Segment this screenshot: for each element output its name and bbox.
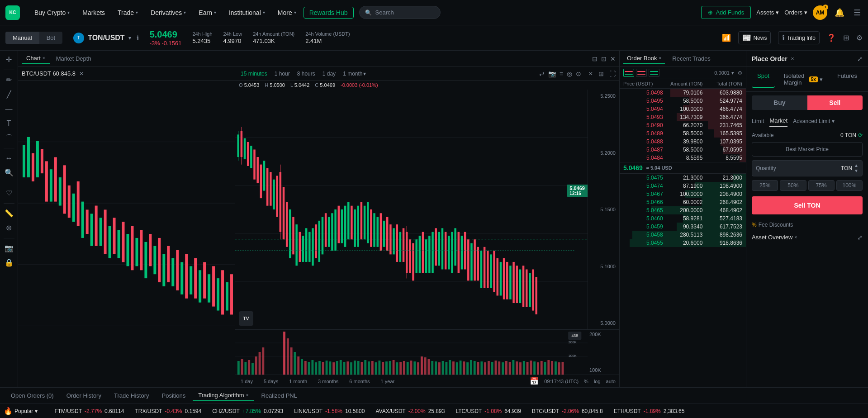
time-8hours[interactable]: 8 hours bbox=[295, 70, 317, 78]
ob-row[interactable]: 5.0487 58.5000 67.0595 bbox=[620, 146, 746, 154]
po-sell-tab-btn[interactable]: Sell bbox=[807, 95, 863, 110]
time-5d[interactable]: 5 days bbox=[262, 378, 280, 385]
ob-tab-recent-trades[interactable]: Recent Trades bbox=[669, 53, 714, 64]
po-100pct-btn[interactable]: 100% bbox=[836, 180, 863, 191]
ob-row[interactable]: 5.0490 66.2070 231.7465 bbox=[620, 121, 746, 129]
help-icon[interactable]: ❓ bbox=[827, 33, 836, 42]
ton-panel-close[interactable]: ✕ bbox=[588, 71, 593, 77]
time-1month-dropdown[interactable]: 1 month ▾ bbox=[341, 70, 368, 78]
po-fee-discount[interactable]: % Fee Discounts bbox=[746, 220, 868, 230]
ob-decimals-selector[interactable]: 0.0001 ▾ ⚙ bbox=[714, 70, 742, 76]
menu-icon[interactable]: ☰ bbox=[852, 6, 863, 19]
po-qty-up[interactable]: ▲ bbox=[854, 163, 859, 168]
add-funds-button[interactable]: ⊕ Add Funds bbox=[701, 6, 751, 19]
ticker-item[interactable]: TRX/USDT -0.43% 0.1594 bbox=[129, 408, 207, 414]
tab-open-orders[interactable]: Open Orders (0) bbox=[5, 390, 59, 401]
po-advanced-btn[interactable]: Advanced Limit ▾ bbox=[793, 118, 835, 124]
ticker-item[interactable]: BTC/USDT -2.06% 60,845.8 bbox=[526, 408, 608, 414]
nav-institutional[interactable]: Institutional ▾ bbox=[223, 0, 270, 25]
chart-tab-close[interactable]: × bbox=[43, 56, 45, 61]
ob-row[interactable]: 5.0465 200.0000 468.4902 bbox=[620, 206, 746, 214]
po-close-btn[interactable]: × bbox=[791, 56, 794, 62]
fullscreen-icon[interactable]: ⛶ bbox=[609, 70, 616, 77]
auto-toggle[interactable]: auto bbox=[606, 379, 616, 384]
ob-bids-only-btn[interactable] bbox=[649, 69, 659, 77]
zoom-in-tool[interactable]: ⊕ bbox=[4, 223, 14, 233]
po-isolated-tab[interactable]: Isolated Margin 5x ▾ bbox=[778, 71, 828, 88]
tab-order-history[interactable]: Order History bbox=[61, 390, 107, 401]
po-buy-btn[interactable]: Buy bbox=[752, 95, 807, 110]
time-3m[interactable]: 3 months bbox=[316, 378, 340, 385]
ob-asks-only-btn[interactable] bbox=[636, 69, 647, 77]
ob-tab-orderbook[interactable]: Order Book × bbox=[623, 53, 665, 64]
line-tool[interactable]: ╱ bbox=[5, 89, 13, 100]
ticker-item[interactable]: ETH/USDT -1.89% 2,383.65 bbox=[608, 408, 690, 414]
ob-row[interactable]: 5.0489 58.5000 165.5395 bbox=[620, 129, 746, 138]
ob-row[interactable]: 5.0466 60.0002 268.4902 bbox=[620, 198, 746, 206]
pen-tool[interactable]: ✏ bbox=[4, 75, 14, 86]
nav-trade[interactable]: Trade ▾ bbox=[112, 0, 143, 25]
time-1day[interactable]: 1 day bbox=[321, 70, 337, 78]
time-15min[interactable]: 15 minutes bbox=[239, 70, 269, 78]
tab-positions[interactable]: Positions bbox=[157, 390, 191, 401]
ob-row[interactable]: 5.0494 100.0000 466.4774 bbox=[620, 105, 746, 113]
ob-row[interactable]: 5.0493 134.7309 366.4774 bbox=[620, 113, 746, 121]
orders-dropdown[interactable]: Orders ▾ bbox=[784, 9, 807, 16]
ob-row[interactable]: 5.0474 87.1900 108.4900 bbox=[620, 182, 746, 190]
popular-dropdown[interactable]: Popular ▾ bbox=[14, 408, 38, 414]
minimize-icon[interactable]: ⊟ bbox=[592, 55, 598, 62]
po-expand-btn[interactable]: ⤢ bbox=[857, 55, 863, 62]
ob-row[interactable]: 5.0475 21.3000 21.3000 bbox=[620, 174, 746, 182]
notifications-icon[interactable]: 🔔 bbox=[833, 6, 846, 19]
ob-row[interactable]: 5.0467 100.0000 208.4900 bbox=[620, 190, 746, 198]
ticker-item[interactable]: LTC/USDT -1.08% 64.939 bbox=[450, 408, 526, 414]
time-1hour[interactable]: 1 hour bbox=[273, 70, 292, 78]
close-chart-icon[interactable]: ✕ bbox=[610, 55, 616, 62]
po-quantity-input[interactable]: Quantity TON ▲ ▼ bbox=[752, 160, 863, 176]
restore-icon[interactable]: ⊡ bbox=[601, 55, 607, 62]
ob-row[interactable]: 5.0488 39.9800 107.0395 bbox=[620, 138, 746, 146]
time-1y[interactable]: 1 year bbox=[379, 378, 397, 385]
po-25pct-btn[interactable]: 25% bbox=[752, 180, 778, 191]
po-refresh-icon[interactable]: ⟳ bbox=[858, 132, 863, 138]
grid-icon[interactable]: ⊞ bbox=[598, 70, 604, 77]
ob-row[interactable]: 5.0459 90.3340 617.7523 bbox=[620, 223, 746, 231]
favorite-tool[interactable]: ♡ bbox=[4, 188, 14, 199]
nav-more[interactable]: More ▾ bbox=[272, 0, 302, 25]
tab-realized-pnl[interactable]: Realized PNL bbox=[256, 390, 303, 401]
po-75pct-btn[interactable]: 75% bbox=[808, 180, 835, 191]
manual-mode-btn[interactable]: Manual bbox=[5, 32, 39, 44]
avatar[interactable]: AM 1 bbox=[813, 5, 827, 20]
layout-icon[interactable]: ⊞ bbox=[843, 33, 849, 42]
pair-selector[interactable]: T TON/USDT ▾ ℹ bbox=[73, 33, 138, 43]
po-spot-tab[interactable]: Spot bbox=[752, 71, 775, 88]
po-50pct-btn[interactable]: 50% bbox=[780, 180, 806, 191]
ob-row[interactable]: 5.0498 79.0106 603.9880 bbox=[620, 89, 746, 97]
assets-dropdown[interactable]: Assets ▾ bbox=[756, 9, 779, 16]
ob-settings-icon[interactable]: ⚙ bbox=[738, 70, 742, 76]
ticker-item[interactable]: CHZ/USDT +7.85% 0.07293 bbox=[207, 408, 289, 414]
ob-close-icon[interactable]: × bbox=[659, 56, 661, 61]
ob-row[interactable]: 5.0495 58.5000 524.9774 bbox=[620, 97, 746, 105]
po-qty-down[interactable]: ▼ bbox=[854, 169, 859, 173]
logo[interactable]: KC bbox=[5, 5, 20, 20]
nav-earn[interactable]: Earn ▾ bbox=[193, 0, 222, 25]
bot-mode-btn[interactable]: Bot bbox=[39, 32, 63, 44]
zoom-tool[interactable]: 🔍 bbox=[3, 167, 15, 178]
screenshot-tool[interactable]: 📷 bbox=[3, 243, 15, 254]
camera-icon[interactable]: 📷 bbox=[548, 70, 556, 77]
list-icon[interactable]: ≡ bbox=[560, 70, 563, 77]
po-limit-btn[interactable]: Limit bbox=[752, 116, 764, 126]
ticker-item[interactable]: AVAX/USDT -2.00% 25.893 bbox=[370, 408, 450, 414]
ticker-item[interactable]: LINK/USDT -1.58% 10.5800 bbox=[289, 408, 370, 414]
ob-row[interactable]: 5.0458 280.5113 898.2636 bbox=[620, 231, 746, 239]
nav-buy-crypto[interactable]: Buy Crypto ▾ bbox=[29, 0, 75, 25]
measure-tool[interactable]: ↔ bbox=[4, 153, 14, 164]
nav-derivatives[interactable]: Derivatives ▾ bbox=[145, 0, 191, 25]
settings-icon[interactable]: ⚙ bbox=[856, 33, 863, 42]
pct-toggle[interactable]: % bbox=[584, 379, 588, 384]
ao-close-btn[interactable]: × bbox=[794, 235, 797, 240]
compare-icon[interactable]: ⇄ bbox=[539, 70, 545, 77]
news-button[interactable]: 📰 News bbox=[738, 31, 771, 44]
text-tool[interactable]: T bbox=[5, 118, 13, 129]
